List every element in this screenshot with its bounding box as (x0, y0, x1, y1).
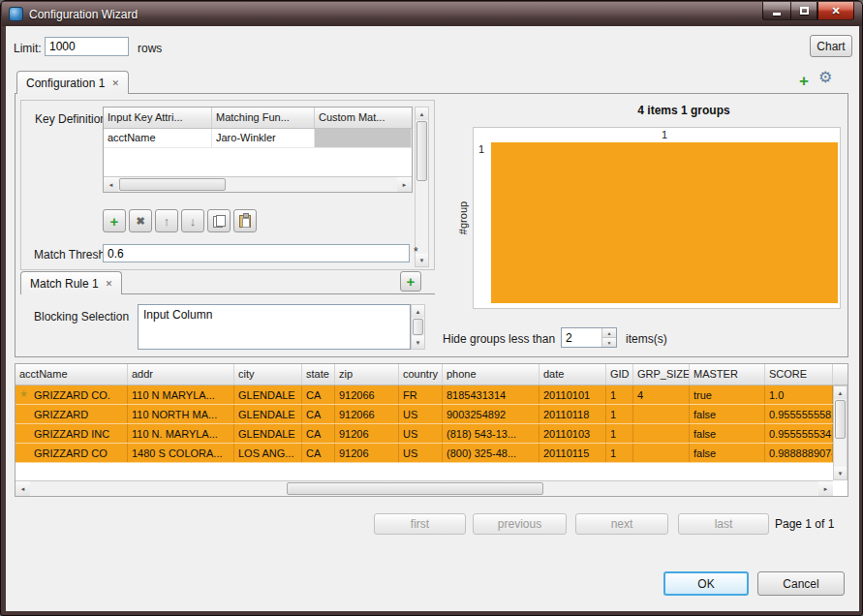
scrollbar-track[interactable] (834, 399, 847, 467)
tab-close-icon[interactable]: ✕ (111, 78, 119, 88)
scrollbar-track[interactable] (118, 177, 397, 192)
blocking-selection-list[interactable]: Input Column (138, 304, 411, 350)
delete-key-button[interactable]: ✖ (129, 209, 152, 232)
plus-icon: + (110, 214, 119, 229)
move-down-button[interactable]: ↓ (181, 209, 204, 232)
scroll-down-arrow[interactable]: ▼ (412, 336, 424, 349)
key-column-custom-matcher[interactable]: Custom Mat... (315, 108, 412, 128)
scrollbar-track[interactable] (30, 481, 818, 496)
table-row[interactable]: ★GRIZZARD CO. 110 N MARYLA... GLENDALE C… (15, 385, 848, 405)
dialog-body: Limit: rows Chart Configuration 1 ✕ + ⚙ … (6, 26, 859, 611)
table-cell: 91206 (335, 424, 399, 443)
scroll-left-arrow[interactable]: ◄ (15, 481, 30, 496)
last-page-button[interactable]: last (678, 513, 769, 535)
required-marker: * (414, 245, 418, 259)
table-cell: 20110118 (539, 405, 606, 423)
column-header-date[interactable]: date (539, 364, 606, 385)
column-header-state[interactable]: state (302, 364, 335, 385)
copy-button[interactable] (207, 209, 231, 232)
scroll-right-arrow[interactable]: ► (397, 177, 412, 192)
cancel-button[interactable]: Cancel (757, 571, 845, 596)
scrollbar-track[interactable] (416, 120, 428, 254)
tab-match-rule-1[interactable]: Match Rule 1 ✕ (20, 271, 122, 294)
scroll-up-arrow[interactable]: ▲ (412, 305, 424, 318)
column-header-MASTER[interactable]: MASTER (690, 364, 765, 385)
column-header-addr[interactable]: addr (128, 364, 234, 385)
scrollbar-thumb[interactable] (287, 482, 543, 495)
table-cell: (800) 325-48... (443, 444, 539, 462)
rows-label: rows (138, 42, 162, 55)
limit-input[interactable] (45, 37, 129, 56)
table-cell (633, 424, 690, 443)
table-row[interactable]: GRIZZARD 110 NORTH MA... GLENDALE CA 912… (15, 405, 848, 424)
hide-groups-suffix: items(s) (626, 332, 667, 346)
scroll-down-arrow[interactable]: ▼ (834, 467, 847, 479)
hide-groups-input[interactable] (562, 328, 601, 347)
column-header-city[interactable]: city (234, 364, 302, 385)
ok-button[interactable]: OK (663, 571, 749, 596)
next-page-button[interactable]: next (575, 513, 668, 535)
title-bar[interactable]: Configuration Wizard ✕ (2, 2, 863, 26)
window-close-button[interactable]: ✕ (817, 2, 854, 20)
table-cell: US (399, 444, 443, 462)
move-up-button[interactable]: ↑ (155, 209, 178, 232)
key-column-input-attribute[interactable]: Input Key Attri... (104, 108, 212, 128)
table-cell: 1480 S COLORA... (128, 444, 234, 462)
master-record-icon: ★ (19, 389, 28, 399)
chart-button[interactable]: Chart (810, 35, 852, 57)
table-row[interactable]: GRIZZARD CO 1480 S COLORA... LOS ANG... … (15, 444, 848, 463)
paste-button[interactable] (233, 209, 257, 232)
column-header-country[interactable]: country (399, 364, 443, 385)
scrollbar-thumb[interactable] (413, 319, 423, 335)
scroll-up-arrow[interactable]: ▲ (834, 386, 847, 399)
table-cell: ★GRIZZARD CO. (15, 385, 128, 404)
key-definition-label: Key Definition (35, 112, 107, 126)
scrollbar-thumb[interactable] (835, 400, 846, 439)
column-header-GRP_SIZE[interactable]: GRP_SIZE (633, 364, 690, 385)
scrollbar-track[interactable] (412, 318, 424, 336)
first-page-button[interactable]: first (374, 513, 466, 535)
scroll-right-arrow[interactable]: ► (818, 481, 833, 496)
results-vertical-scrollbar[interactable]: ▲ ▼ (833, 385, 848, 480)
column-header-phone[interactable]: phone (443, 364, 539, 385)
column-header-zip[interactable]: zip (335, 364, 399, 385)
tab-close-icon[interactable]: ✕ (106, 279, 113, 289)
add-configuration-icon[interactable]: + (799, 73, 809, 89)
table-cell: 9003254892 (443, 405, 539, 423)
table-cell: 8185431314 (443, 385, 539, 404)
key-table-horizontal-scrollbar[interactable]: ◄ ► (104, 176, 412, 192)
spinner-up-button[interactable]: ▲ (602, 328, 616, 337)
add-match-rule-button[interactable]: + (400, 271, 421, 292)
blocking-list-item[interactable]: Input Column (139, 305, 410, 324)
scrollbar-thumb[interactable] (416, 121, 427, 181)
table-row[interactable]: GRIZZARD INC 110 N. MARYLA... GLENDALE C… (15, 424, 848, 444)
scroll-left-arrow[interactable]: ◄ (104, 177, 118, 192)
add-key-button[interactable]: + (103, 209, 126, 232)
table-cell: 20110103 (539, 424, 606, 443)
window-title: Configuration Wizard (29, 8, 138, 21)
column-header-acctName[interactable]: acctName (15, 364, 128, 385)
settings-gear-icon[interactable]: ⚙ (818, 70, 832, 85)
key-area-vertical-scrollbar[interactable]: ▲ ▼ (415, 107, 429, 267)
close-icon: ✕ (831, 5, 840, 17)
scrollbar-thumb[interactable] (119, 178, 226, 191)
blocking-list-scrollbar[interactable]: ▲ ▼ (411, 304, 425, 350)
column-header-GID[interactable]: GID (606, 364, 633, 385)
minimize-button[interactable] (762, 2, 790, 20)
key-column-matching-function[interactable]: Matching Fun... (212, 108, 315, 128)
tab-configuration-1[interactable]: Configuration 1 ✕ (16, 71, 129, 94)
maximize-button[interactable] (790, 2, 817, 20)
maximize-icon (800, 7, 809, 15)
column-header-SCORE[interactable]: SCORE (765, 364, 833, 385)
spinner-down-button[interactable]: ▼ (602, 337, 616, 347)
table-cell: CA (302, 424, 335, 443)
table-cell: 20110115 (539, 444, 606, 462)
table-cell: US (399, 424, 443, 443)
hide-groups-spinner[interactable]: ▲ ▼ (561, 327, 617, 348)
match-threshold-input[interactable] (103, 244, 410, 262)
results-horizontal-scrollbar[interactable]: ◄ ► (15, 480, 833, 496)
scroll-up-arrow[interactable]: ▲ (416, 108, 428, 120)
tab-match-rule-label: Match Rule 1 (30, 277, 99, 291)
previous-page-button[interactable]: previous (473, 513, 567, 535)
key-row[interactable]: acctName Jaro-Winkler (104, 129, 412, 148)
